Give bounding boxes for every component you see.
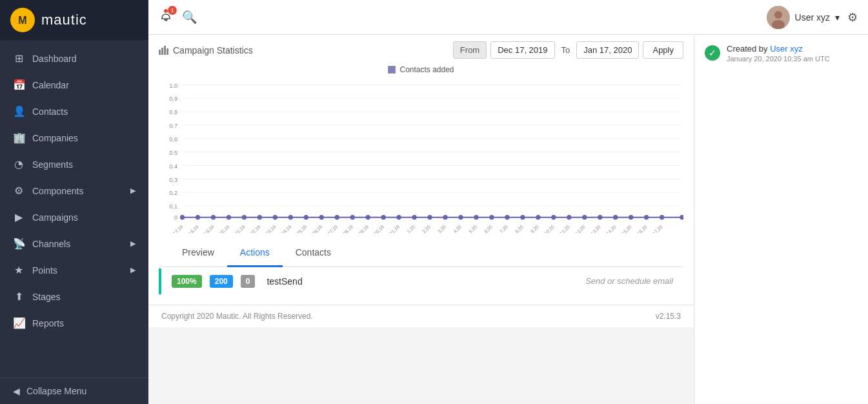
sidebar-item-label: Campaigns	[32, 212, 78, 223]
sidebar-item-components[interactable]: ⚙ Components ▶	[0, 177, 148, 204]
legend-box-contacts	[388, 66, 396, 74]
svg-point-46	[396, 215, 401, 219]
components-icon: ⚙	[13, 185, 25, 197]
svg-rect-7	[161, 48, 163, 55]
svg-point-48	[427, 215, 432, 219]
svg-point-34	[211, 215, 216, 219]
action-description: Send or schedule email	[585, 276, 673, 286]
stats-title: Campaign Statistics	[159, 45, 253, 56]
sidebar-item-calendar[interactable]: 📅 Calendar	[0, 72, 148, 98]
svg-point-56	[551, 215, 556, 219]
svg-text:M: M	[18, 15, 26, 26]
sidebar-logo: M mautic	[0, 0, 148, 40]
topbar-right: User xyz ▾ ⚙	[767, 6, 858, 29]
svg-text:0.1: 0.1	[169, 203, 177, 210]
action-row: 100% 200 0 testSend Send or schedule ema…	[159, 268, 683, 294]
user-menu-button[interactable]: User xyz ▾	[767, 6, 840, 29]
svg-point-43	[350, 215, 355, 219]
to-date-input[interactable]: Jan 17, 2020	[576, 41, 639, 59]
svg-text:0.8: 0.8	[169, 109, 177, 116]
contacts-icon: 👤	[13, 105, 25, 117]
logo-text: mautic	[41, 12, 87, 28]
segments-icon: ◔	[13, 158, 25, 170]
svg-text:Jan 4,20: Jan 4,20	[446, 224, 463, 233]
dashboard-icon: ⊞	[13, 52, 25, 65]
action-name[interactable]: testSend	[267, 276, 302, 287]
svg-point-51	[474, 215, 478, 219]
sidebar-nav: ⊞ Dashboard 📅 Calendar 👤 Contacts 🏢 Comp…	[0, 40, 148, 378]
svg-point-60	[613, 215, 618, 219]
tab-preview[interactable]: Preview	[169, 239, 227, 267]
right-panel: ✓ Created by User xyz January 20, 2020 1…	[694, 35, 868, 404]
stats-controls: From Dec 17, 2019 To Jan 17, 2020 Apply	[453, 41, 683, 59]
collapse-menu-label: Collapse Menu	[26, 386, 86, 396]
svg-point-55	[536, 215, 540, 219]
svg-point-50	[458, 215, 463, 219]
sidebar-item-companies[interactable]: 🏢 Companies	[0, 125, 148, 151]
sidebar-item-campaigns[interactable]: ▶ Campaigns	[0, 204, 148, 230]
chevron-left-icon: ◀	[13, 386, 20, 396]
svg-point-58	[582, 215, 587, 219]
created-by-text: Created by User xyz	[727, 44, 830, 54]
svg-point-47	[412, 215, 416, 219]
svg-rect-6	[159, 50, 161, 55]
sidebar-item-contacts[interactable]: 👤 Contacts	[0, 98, 148, 125]
sidebar-item-reports[interactable]: 📈 Reports	[0, 310, 148, 336]
svg-point-33	[196, 215, 200, 219]
sidebar-item-label: Contacts	[32, 106, 68, 117]
sidebar-item-dashboard[interactable]: ⊞ Dashboard	[0, 45, 148, 72]
sidebar-item-label: Segments	[32, 159, 73, 170]
settings-button[interactable]: ⚙	[847, 10, 858, 25]
stats-title-text: Campaign Statistics	[173, 45, 253, 56]
created-timestamp: January 20, 2020 10:35 am UTC	[727, 55, 830, 63]
check-circle-icon: ✓	[705, 45, 720, 61]
svg-text:0.2: 0.2	[169, 190, 177, 196]
sidebar-item-points[interactable]: ★ Points ▶	[0, 257, 148, 283]
tab-actions[interactable]: Actions	[227, 239, 283, 267]
channels-icon: 📡	[13, 237, 25, 250]
svg-point-37	[257, 215, 262, 219]
chart-bar-icon	[159, 46, 169, 55]
stages-icon: ⬆	[13, 290, 25, 303]
svg-point-4	[774, 11, 782, 19]
sidebar-item-stages[interactable]: ⬆ Stages	[0, 283, 148, 310]
collapse-menu-button[interactable]: ◀ Collapse Menu	[0, 378, 148, 404]
campaign-chart: 1.0 0.9 0.8 0.7 0.6 0.5 0.4 0.3 0.2 0.1 …	[159, 78, 683, 233]
notifications-button[interactable]: 1	[159, 8, 173, 26]
search-button[interactable]: 🔍	[182, 10, 197, 25]
content-area: Campaign Statistics From Dec 17, 2019 To…	[148, 35, 868, 404]
svg-text:0.7: 0.7	[169, 123, 177, 129]
footer-version: v2.15.3	[656, 312, 681, 321]
stats-header: Campaign Statistics From Dec 17, 2019 To…	[159, 41, 683, 59]
created-by-user-link[interactable]: User xyz	[770, 44, 803, 54]
sidebar-item-channels[interactable]: 📡 Channels ▶	[0, 230, 148, 257]
reports-icon: 📈	[13, 317, 25, 329]
svg-point-40	[304, 215, 308, 219]
svg-point-39	[288, 215, 293, 219]
chart-area: 1.0 0.9 0.8 0.7 0.6 0.5 0.4 0.3 0.2 0.1 …	[159, 78, 683, 233]
calendar-icon: 📅	[13, 79, 25, 91]
chevron-right-icon: ▶	[130, 266, 136, 274]
companies-icon: 🏢	[13, 132, 25, 144]
apply-button[interactable]: Apply	[643, 41, 683, 59]
legend-label-contacts: Contacts added	[399, 65, 454, 74]
svg-point-44	[366, 215, 370, 219]
svg-point-57	[567, 215, 571, 219]
svg-text:0.5: 0.5	[169, 150, 177, 156]
svg-point-32	[180, 215, 185, 219]
sidebar-item-label: Components	[32, 186, 83, 196]
svg-text:0.4: 0.4	[169, 163, 177, 170]
topbar-icons: 1 🔍	[159, 8, 760, 26]
svg-text:Jan 5,20: Jan 5,20	[461, 224, 478, 233]
from-date-input[interactable]: Dec 17, 2019	[490, 41, 554, 59]
svg-text:Dec 17,19: Dec 17,19	[165, 224, 185, 233]
sidebar-item-segments[interactable]: ◔ Segments	[0, 151, 148, 177]
points-icon: ★	[13, 264, 25, 276]
svg-text:0.3: 0.3	[169, 177, 177, 183]
logo-icon: M	[10, 8, 35, 32]
badge-zero: 0	[241, 275, 256, 288]
svg-point-53	[505, 215, 509, 219]
svg-text:Jan 8,20: Jan 8,20	[508, 224, 525, 233]
sidebar: M mautic ⊞ Dashboard 📅 Calendar 👤 Contac…	[0, 0, 148, 404]
tab-contacts[interactable]: Contacts	[283, 239, 344, 267]
